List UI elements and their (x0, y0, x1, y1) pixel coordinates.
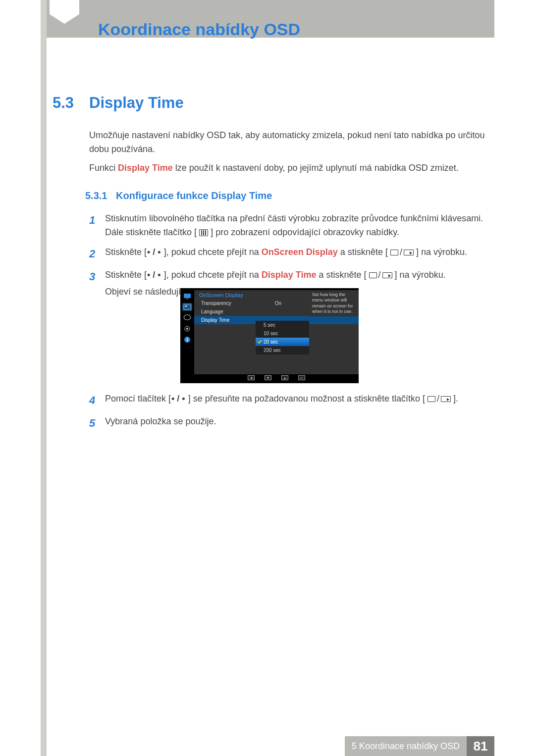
enter-source-icon: / (390, 246, 414, 259)
step-4: 4 Pomocí tlačítek [• / • ] se přesuňte n… (89, 392, 485, 409)
section-title: Display Time (89, 94, 184, 112)
page-edge-stripe (41, 0, 47, 756)
osd-row-label: Display Time (201, 317, 256, 323)
step-2: 2 Stiskněte [• / • ], pokud chcete přejí… (89, 246, 485, 262)
osd-sub-10sec: 10 sec (256, 329, 309, 338)
svg-text:i: i (187, 337, 188, 343)
step-5: 5 Vybraná položka se použije. (89, 415, 485, 432)
enter-source-icon: / (428, 392, 451, 406)
intro-paragraph-2: Funkci Display Time lze použít k nastave… (89, 161, 485, 175)
osd-nav-left-icon: ◄ (248, 375, 255, 380)
subsection-title: Konfigurace funkce Display Time (116, 190, 272, 202)
step-number: 1 (89, 212, 98, 229)
step-3-highlight: Display Time (262, 270, 317, 280)
osd-row-value: On (256, 301, 286, 306)
rect-icon (428, 396, 435, 402)
section-number: 5.3 (53, 94, 74, 112)
dot-slash-icon: • / • (171, 392, 186, 406)
osd-cat-onscreen-icon (182, 303, 192, 311)
intro-paragraph-1: Umožňuje nastavení nabídky OSD tak, aby … (89, 129, 485, 156)
osd-row-label: Transparency (201, 301, 256, 306)
step-number: 5 (89, 415, 98, 432)
osd-nav-down-icon: ▼ (265, 375, 271, 380)
manual-page: Koordinace nabídky OSD 5.3 Display Time … (0, 0, 535, 756)
source-icon (382, 272, 392, 278)
osd-sub-5sec: 5 sec (256, 321, 309, 329)
osd-submenu: 5 sec 10 sec 20 sec 200 sec (256, 321, 309, 354)
osd-nav-enter-icon: ↵ (298, 375, 305, 380)
osd-cat-setup-icon (182, 314, 192, 322)
step-number: 3 (89, 268, 98, 285)
source-icon (404, 250, 414, 255)
osd-sub-20sec: 20 sec (256, 338, 309, 346)
osd-sub-200sec: 200 sec (256, 346, 309, 354)
step-1-text: Stisknutím libovolného tlačítka na předn… (105, 212, 485, 240)
dot-slash-icon: • / • (147, 246, 161, 259)
enter-source-icon: / (369, 268, 392, 282)
osd-cat-settings-icon (182, 325, 192, 333)
header-title: Koordinace nabídky OSD (98, 20, 300, 39)
step-4-text: Pomocí tlačítek [• / • ] se přesuňte na … (105, 392, 458, 406)
rect-icon (369, 272, 377, 278)
step-1: 1 Stisknutím libovolného tlačítka na pře… (89, 212, 485, 240)
osd-cat-picture-icon (182, 292, 192, 300)
osd-navbar: ◄ ▼ ▲ ↵ (194, 375, 359, 382)
svg-point-5 (186, 328, 188, 330)
osd-nav-up-icon: ▲ (281, 375, 288, 380)
osd-category-sidebar: i (180, 290, 194, 374)
footer-chapter-label: 5 Koordinace nabídky OSD (345, 736, 467, 756)
osd-cat-info-icon: i (182, 336, 192, 344)
svg-rect-1 (186, 299, 189, 299)
subsection-number: 5.3.1 (85, 190, 107, 202)
steps-block-2: 4 Pomocí tlačítek [• / • ] se přesuňte n… (89, 392, 485, 438)
step-number: 2 (89, 246, 98, 262)
step-2-highlight: OnScreen Display (262, 247, 338, 257)
para2-highlight: Display Time (118, 163, 173, 173)
osd-tip-text: Set how long the menu window will remain… (309, 290, 359, 316)
para2-post: lze použít k nastavení doby, po jejímž u… (173, 163, 459, 173)
step-2-text: Stiskněte [• / • ], pokud chcete přejít … (105, 246, 467, 259)
source-icon (441, 396, 451, 402)
step-number: 4 (89, 392, 98, 409)
svg-rect-0 (184, 294, 191, 298)
osd-row-label: Language (201, 309, 256, 314)
svg-rect-3 (185, 305, 187, 307)
osd-row-value (256, 309, 286, 314)
para2-pre: Funkci (89, 163, 118, 173)
page-footer: 5 Koordinace nabídky OSD 81 (47, 736, 494, 756)
menu-icon (199, 229, 208, 236)
osd-screenshot: i OnScreen Display Transparency On Langu… (180, 288, 359, 383)
rect-icon (390, 250, 398, 255)
dot-slash-icon: • / • (147, 268, 161, 282)
step-5-text: Vybraná položka se použije. (105, 415, 216, 429)
footer-page-number: 81 (467, 736, 494, 756)
